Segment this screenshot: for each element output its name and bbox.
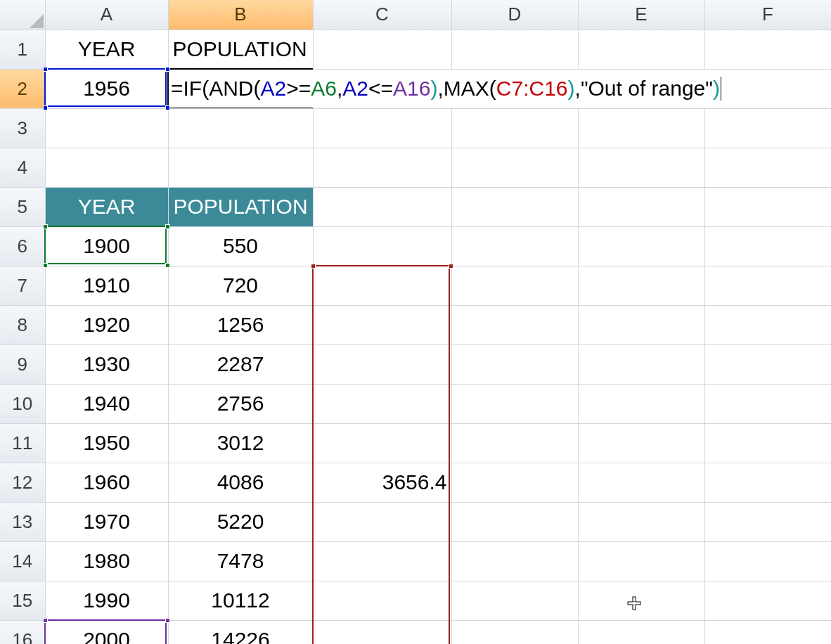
cell-A8[interactable]: 1920: [45, 305, 168, 344]
cell-E4[interactable]: [578, 148, 704, 187]
row-header-2[interactable]: 2: [0, 69, 45, 108]
row-header-5[interactable]: 5: [0, 187, 45, 226]
cell-D1[interactable]: [451, 30, 578, 69]
row-header-1[interactable]: 1: [0, 30, 45, 69]
cell-F10[interactable]: [704, 384, 831, 423]
cell-E16[interactable]: [578, 620, 704, 644]
cell-E1[interactable]: [578, 30, 704, 69]
cell-F16[interactable]: [704, 620, 831, 644]
cell-B11[interactable]: 3012: [168, 423, 313, 463]
col-header-B[interactable]: B: [168, 0, 313, 30]
cell-E15[interactable]: [578, 581, 704, 620]
cell-F12[interactable]: [704, 463, 831, 502]
cell-C9[interactable]: [313, 344, 451, 384]
cell-E10[interactable]: [578, 384, 704, 423]
row-header-9[interactable]: 9: [0, 344, 45, 384]
cell-D12[interactable]: [451, 463, 578, 502]
cell-B5[interactable]: POPULATION: [168, 187, 313, 226]
cell-D10[interactable]: [451, 384, 578, 423]
cell-E14[interactable]: [578, 541, 704, 581]
cell-B1[interactable]: POPULATION: [168, 30, 313, 69]
cell-B8[interactable]: 1256: [168, 305, 313, 344]
cell-C8[interactable]: [313, 305, 451, 344]
cell-A11[interactable]: 1950: [45, 423, 168, 463]
cell-C12[interactable]: 3656.4: [313, 463, 451, 502]
cell-D16[interactable]: [451, 620, 578, 644]
row-header-12[interactable]: 12: [0, 463, 45, 502]
cell-F11[interactable]: [704, 423, 831, 463]
row-header-7[interactable]: 7: [0, 266, 45, 305]
cell-E9[interactable]: [578, 344, 704, 384]
cell-A16[interactable]: 2000: [45, 620, 168, 644]
cell-B14[interactable]: 7478: [168, 541, 313, 581]
cell-D4[interactable]: [451, 148, 578, 187]
cell-C3[interactable]: [313, 108, 451, 148]
row-header-10[interactable]: 10: [0, 384, 45, 423]
row-header-4[interactable]: 4: [0, 148, 45, 187]
cell-F13[interactable]: [704, 502, 831, 541]
cell-A5[interactable]: YEAR: [45, 187, 168, 226]
cell-A9[interactable]: 1930: [45, 344, 168, 384]
cell-D6[interactable]: [451, 226, 578, 266]
cell-B12[interactable]: 4086: [168, 463, 313, 502]
cell-F1[interactable]: [704, 30, 831, 69]
spreadsheet-grid[interactable]: ABCDEF1YEARPOPULATION21956345YEARPOPULAT…: [0, 0, 831, 644]
row-header-3[interactable]: 3: [0, 108, 45, 148]
col-header-F[interactable]: F: [704, 0, 831, 30]
cell-B15[interactable]: 10112: [168, 581, 313, 620]
cell-D14[interactable]: [451, 541, 578, 581]
row-header-8[interactable]: 8: [0, 305, 45, 344]
cell-E12[interactable]: [578, 463, 704, 502]
cell-A15[interactable]: 1990: [45, 581, 168, 620]
cell-B6[interactable]: 550: [168, 226, 313, 266]
cell-B16[interactable]: 14226: [168, 620, 313, 644]
cell-A4[interactable]: [45, 148, 168, 187]
cell-D9[interactable]: [451, 344, 578, 384]
cell-B4[interactable]: [168, 148, 313, 187]
row-header-16[interactable]: 16: [0, 620, 45, 644]
cell-A6[interactable]: 1900: [45, 226, 168, 266]
cell-A2[interactable]: 1956: [45, 69, 168, 108]
cell-C13[interactable]: [313, 502, 451, 541]
col-header-D[interactable]: D: [451, 0, 578, 30]
cell-B9[interactable]: 2287: [168, 344, 313, 384]
cell-F4[interactable]: [704, 148, 831, 187]
cell-B7[interactable]: 720: [168, 266, 313, 305]
cell-B10[interactable]: 2756: [168, 384, 313, 423]
cell-F5[interactable]: [704, 187, 831, 226]
col-header-C[interactable]: C: [313, 0, 451, 30]
cell-D7[interactable]: [451, 266, 578, 305]
cell-A10[interactable]: 1940: [45, 384, 168, 423]
row-header-11[interactable]: 11: [0, 423, 45, 463]
cell-E7[interactable]: [578, 266, 704, 305]
cell-C5[interactable]: [313, 187, 451, 226]
row-header-14[interactable]: 14: [0, 541, 45, 581]
cell-D3[interactable]: [451, 108, 578, 148]
cell-A1[interactable]: YEAR: [45, 30, 168, 69]
cell-F9[interactable]: [704, 344, 831, 384]
cell-C10[interactable]: [313, 384, 451, 423]
cell-A13[interactable]: 1970: [45, 502, 168, 541]
cell-B13[interactable]: 5220: [168, 502, 313, 541]
cell-E3[interactable]: [578, 108, 704, 148]
cell-D8[interactable]: [451, 305, 578, 344]
cell-E5[interactable]: [578, 187, 704, 226]
cell-A14[interactable]: 1980: [45, 541, 168, 581]
cell-D13[interactable]: [451, 502, 578, 541]
cell-A7[interactable]: 1910: [45, 266, 168, 305]
cell-C1[interactable]: [313, 30, 451, 69]
cell-E13[interactable]: [578, 502, 704, 541]
cell-C7[interactable]: [313, 266, 451, 305]
formula-edit-overlay[interactable]: =IF(AND(A2>=A6,A2<=A16),MAX(C7:C16),"Out…: [171, 69, 721, 108]
cell-C15[interactable]: [313, 581, 451, 620]
cell-D11[interactable]: [451, 423, 578, 463]
cell-C11[interactable]: [313, 423, 451, 463]
row-header-13[interactable]: 13: [0, 502, 45, 541]
cell-C4[interactable]: [313, 148, 451, 187]
col-header-E[interactable]: E: [578, 0, 704, 30]
cell-C14[interactable]: [313, 541, 451, 581]
cell-F14[interactable]: [704, 541, 831, 581]
cell-C16[interactable]: [313, 620, 451, 644]
cell-E6[interactable]: [578, 226, 704, 266]
col-header-A[interactable]: A: [45, 0, 168, 30]
